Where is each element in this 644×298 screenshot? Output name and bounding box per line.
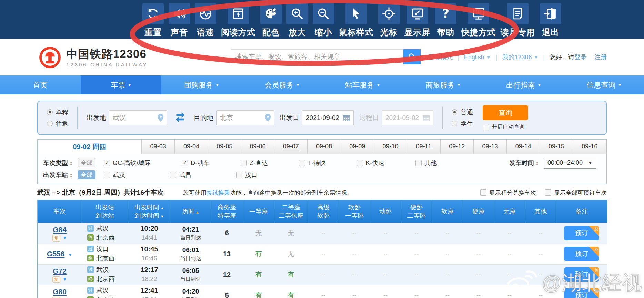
filter-train-type-D-动车[interactable]: D-动车: [182, 159, 210, 167]
date-tab-09-06[interactable]: 09-06: [241, 140, 274, 154]
duration-note: 当日到达: [171, 296, 211, 298]
query-button[interactable]: 查询: [483, 105, 528, 120]
date-tab-09-02[interactable]: 09-02 周四: [38, 140, 142, 154]
toolbar-item-sound[interactable]: 声音: [169, 3, 190, 38]
column-header-软座: 软座: [432, 200, 463, 223]
care-mode-link[interactable]: 爱心模式: [428, 53, 453, 61]
filter-train-type-Z-直达[interactable]: Z-直达: [241, 159, 268, 167]
passenger-type-student[interactable]: 学生: [452, 120, 473, 128]
depart-time-select[interactable]: 00:00--24:00 ▼: [544, 157, 596, 169]
nav-item-会员服务[interactable]: 会员服务▾: [242, 75, 322, 94]
language-link[interactable]: English: [464, 54, 484, 61]
train-link-G72[interactable]: G72: [53, 267, 67, 275]
search-input[interactable]: [231, 49, 403, 64]
toolbar-item-palette[interactable]: 配色: [260, 3, 282, 38]
depart-station-all-button[interactable]: 全部: [78, 170, 95, 179]
train-row-G80: G80复▼过武汉终北京西12:4117:0104:20当日到达5有有------…: [38, 285, 607, 298]
toolbar-item-zoom-out[interactable]: 缩小: [313, 3, 334, 38]
train-type-all-button[interactable]: 全部: [78, 158, 95, 167]
summary-checkbox-label: 显示积分兑换车次: [489, 189, 536, 197]
trip-type-oneway[interactable]: 单程: [47, 108, 68, 116]
column-header-line: 一等卧: [339, 212, 370, 220]
checkbox-icon: [483, 124, 489, 130]
login-link[interactable]: 登录: [574, 53, 587, 61]
summary-checkbox-显示全部可预订车次[interactable]: 显示全部可预订车次: [545, 189, 607, 197]
toolbar-item-speech-rate[interactable]: 语速: [195, 3, 216, 38]
date-tab-09-07[interactable]: 09-07: [274, 140, 308, 154]
sort-asc-icon[interactable]: ▲: [195, 210, 199, 214]
chevron-down-icon[interactable]: ▼: [63, 277, 67, 282]
toolbar-item-help[interactable]: ?帮助: [435, 3, 456, 38]
toolbar-item-reset[interactable]: 重置: [142, 3, 164, 38]
duration-note: 当日到达: [171, 234, 211, 242]
swap-cities-icon[interactable]: [174, 112, 187, 124]
my12306-link[interactable]: 我的12306: [502, 53, 532, 61]
auto-query-checkbox[interactable]: 开启自动查询: [483, 123, 525, 131]
sort-asc-icon[interactable]: ▲: [160, 206, 164, 210]
date-tab-09-10[interactable]: 09-10: [374, 140, 407, 154]
column-header-line: 硬卧: [401, 203, 432, 212]
column-header-无座: 无座: [494, 200, 525, 223]
toolbar-item-screen-reader[interactable]: 读屏专用: [501, 3, 535, 38]
date-tab-09-12[interactable]: 09-12: [441, 140, 474, 154]
seat-value: --: [383, 292, 388, 298]
summary-checkbox-显示积分兑换车次[interactable]: 显示积分兑换车次: [480, 189, 536, 197]
nav-item-站车服务[interactable]: 站车服务▾: [322, 75, 403, 94]
toolbar-item-shortcut[interactable]: 快捷方式: [461, 3, 496, 38]
date-tab-09-13[interactable]: 09-13: [474, 140, 507, 154]
date-tab-09-04[interactable]: 09-04: [175, 140, 208, 154]
nav-item-团购服务[interactable]: 团购服务▾: [161, 75, 242, 94]
calendar-icon[interactable]: [342, 114, 351, 122]
china-railway-logo-icon: [39, 46, 61, 69]
logo-title: 中国铁路12306: [66, 48, 148, 61]
logo[interactable]: 中国铁路12306 12306 CHINA RAILWAY: [39, 46, 148, 69]
date-tab-09-16[interactable]: 09-16: [573, 140, 606, 154]
train-link-G556[interactable]: G556: [47, 250, 64, 258]
nav-item-信息查询[interactable]: 信息查询▾: [564, 75, 644, 94]
filter-train-type-K-快速[interactable]: K-快速: [357, 159, 384, 167]
book-button-G80[interactable]: 预订兑: [564, 288, 599, 298]
filter-station-武昌[interactable]: 武昌: [170, 171, 191, 179]
filter-station-武汉[interactable]: 武汉: [104, 171, 125, 179]
chevron-down-icon[interactable]: ▼: [63, 235, 67, 241]
book-button-G84[interactable]: 预订兑: [564, 226, 599, 240]
toolbar-item-mouse-style[interactable]: 鼠标样式: [339, 3, 373, 38]
date-tab-09-08[interactable]: 09-08: [308, 140, 341, 154]
nav-item-车票[interactable]: 车票▾: [81, 75, 161, 94]
train-link-G84[interactable]: G84: [53, 226, 67, 234]
column-header-出发时间[interactable]: 出发时间▲到达时间▼: [128, 200, 171, 223]
filter-train-type-GC-高铁/城际[interactable]: GC-高铁/城际: [104, 159, 151, 167]
filter-train-type-其他[interactable]: 其他: [415, 159, 437, 167]
trip-type-roundtrip[interactable]: 往返: [47, 120, 68, 128]
date-tab-09-05[interactable]: 09-05: [208, 140, 241, 154]
date-tab-09-14[interactable]: 09-14: [507, 140, 540, 154]
date-tab-09-09[interactable]: 09-09: [341, 140, 374, 154]
svg-text:?: ?: [442, 7, 449, 20]
date-tab-09-15[interactable]: 09-15: [540, 140, 573, 154]
nav-item-出行指南[interactable]: 出行指南▾: [483, 75, 564, 94]
chevron-down-icon[interactable]: ▼: [67, 252, 72, 257]
nav-item-商旅服务[interactable]: 商旅服务▾: [403, 75, 483, 94]
nav-item-首页[interactable]: 首页: [0, 75, 81, 94]
chevron-down-icon: ▼: [486, 55, 491, 60]
transfer-link[interactable]: 接续换乘: [207, 189, 230, 196]
passenger-type-normal[interactable]: 普通: [452, 108, 473, 116]
toolbar-item-display[interactable]: 显示屏: [404, 3, 430, 38]
seat-cell: 无: [243, 223, 274, 244]
filter-station-汉口[interactable]: 汉口: [236, 171, 258, 179]
filter-train-type-T-特快[interactable]: T-特快: [299, 159, 326, 167]
date-tab-09-03[interactable]: 09-03: [142, 140, 175, 154]
seat-cell: 有: [243, 264, 274, 285]
train-link-G80[interactable]: G80: [53, 288, 67, 296]
toolbar-item-exit[interactable]: 退出: [540, 3, 561, 38]
column-header-历时[interactable]: 历时▲: [171, 200, 211, 223]
toolbar-item-reading-mode[interactable]: 阅读方式: [221, 3, 255, 38]
toolbar-item-crosshair[interactable]: 光标: [378, 3, 400, 38]
book-button-G72[interactable]: 预订兑: [564, 267, 599, 282]
toolbar-item-zoom-in[interactable]: 放大: [286, 3, 308, 38]
book-button-G556[interactable]: 预订兑: [564, 247, 599, 261]
register-link[interactable]: 注册: [594, 53, 607, 61]
search-button[interactable]: [403, 49, 421, 64]
date-tab-09-11[interactable]: 09-11: [407, 140, 440, 154]
sort-desc-icon[interactable]: ▼: [160, 214, 164, 218]
